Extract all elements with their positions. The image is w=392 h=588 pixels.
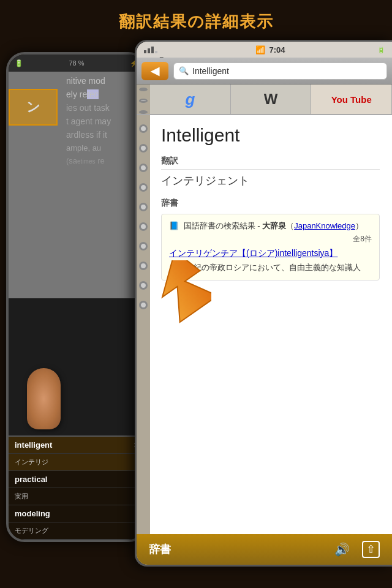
search-query: Intelligent bbox=[192, 66, 229, 76]
dict-entry-link[interactable]: インテリゲンチア【(ロシア)intelligentsiya】 bbox=[169, 248, 372, 259]
dict-entry-text: 《19世紀の帝政ロシアにおいて、自由主義的な知識人 bbox=[169, 262, 372, 274]
battery-percent: 78 % bbox=[69, 59, 84, 67]
battery-icon: 🔋 bbox=[15, 59, 23, 67]
nav-bar: ◀ 🔍 Intelligent bbox=[137, 58, 392, 85]
translation-text: インテリジェント bbox=[161, 173, 380, 188]
dict-source-text: 国語辞書の検索結果 - 大辞泉（ bbox=[184, 221, 295, 230]
spiral-2 bbox=[139, 99, 148, 102]
page-title: 翻訳結果の詳細表示 bbox=[0, 0, 392, 40]
text-line-5: ardless if it bbox=[64, 128, 145, 141]
c-spiral-9 bbox=[139, 281, 148, 290]
translation-label: 翻訳 bbox=[161, 156, 380, 170]
list-item-modeling-ja[interactable]: モデリング bbox=[9, 522, 145, 540]
c-spiral-7 bbox=[139, 242, 148, 251]
dictionary-label: 辞書 bbox=[161, 198, 380, 209]
list-item-practical-ja[interactable]: 実用 bbox=[9, 488, 145, 505]
notebook-spine bbox=[137, 85, 150, 114]
signal-dash: _ _ bbox=[160, 51, 164, 53]
list-item-intelligent-ja[interactable]: インテリジ bbox=[9, 454, 145, 471]
right-phone-screen: _ _ 📶 7:04 🔋 ◀ 🔍 Intelligent bbox=[137, 42, 392, 565]
signal-bars: _ _ bbox=[144, 47, 164, 53]
tab-google[interactable]: g bbox=[150, 85, 231, 114]
bottom-toolbar: 辞書 🔊 ⇧ bbox=[137, 534, 392, 565]
text-line-6: ample, au bbox=[64, 141, 145, 154]
word-practical: practical bbox=[15, 475, 47, 484]
c-spiral-10 bbox=[139, 301, 148, 309]
text-line-2: ely retec bbox=[64, 88, 145, 101]
left-phone: 🔋 78 % ⚡ ン nitive mod ely retec ies out … bbox=[6, 52, 147, 542]
wifi-icon: 📶 bbox=[255, 45, 265, 55]
list-item-practical[interactable]: practical bbox=[9, 471, 145, 488]
back-button[interactable]: ◀ bbox=[141, 62, 168, 80]
book-icon: 📘 bbox=[169, 221, 179, 230]
battery-status: 🔋 bbox=[377, 47, 385, 53]
bar-4 bbox=[155, 51, 157, 53]
word-practical-ja: 実用 bbox=[15, 492, 28, 501]
text-line-4: t agent may bbox=[64, 115, 145, 128]
dictionary-box: 📘 国語辞書の検索結果 - 大辞泉（JapanKnowledge） 全8件 イン… bbox=[161, 214, 380, 281]
word-modeling-ja: モデリング bbox=[15, 526, 48, 535]
dict-source-bold: 大辞泉 bbox=[262, 221, 286, 230]
c-spiral-5 bbox=[139, 203, 148, 211]
time-display: 7:04 bbox=[269, 45, 285, 55]
highlight-box: ン bbox=[9, 89, 58, 126]
center-status: 📶 7:04 bbox=[255, 45, 285, 55]
left-phone-status: 🔋 78 % ⚡ bbox=[9, 55, 145, 72]
text-line-7: (saetimes re bbox=[64, 154, 145, 167]
c-spiral-4 bbox=[139, 183, 148, 192]
word-intelligent: intelligent bbox=[15, 440, 52, 450]
youtube-label: You Tube bbox=[331, 94, 372, 105]
left-phone-screen: 🔋 78 % ⚡ ン nitive mod ely retec ies out … bbox=[9, 55, 145, 540]
spiral-1 bbox=[139, 88, 148, 91]
left-phone-list: intelligent > インテリジ practical 実用 modelin… bbox=[9, 435, 145, 540]
search-bar[interactable]: 🔍 Intelligent bbox=[173, 62, 387, 80]
google-icon: g bbox=[185, 90, 195, 109]
tab-wikipedia[interactable]: W bbox=[231, 85, 312, 114]
word-heading: Intelligent bbox=[161, 125, 380, 146]
main-area: 🔋 78 % ⚡ ン nitive mod ely retec ies out … bbox=[0, 40, 392, 579]
content-spine bbox=[137, 115, 150, 534]
dict-count: 全8件 bbox=[169, 234, 372, 244]
toolbar-icons: 🔊 ⇧ bbox=[334, 541, 380, 558]
share-icon[interactable]: ⇧ bbox=[362, 541, 380, 558]
bar-3 bbox=[151, 47, 154, 53]
finger-shape bbox=[27, 368, 61, 429]
c-spiral-1 bbox=[139, 124, 148, 133]
speaker-icon[interactable]: 🔊 bbox=[334, 542, 350, 557]
left-text-content: ン nitive mod ely retec ies out task t ag… bbox=[9, 72, 145, 298]
tabs-row: g W You Tube bbox=[137, 85, 392, 115]
right-phone: _ _ 📶 7:04 🔋 ◀ 🔍 Intelligent bbox=[135, 40, 392, 567]
text-line-3: ies out task bbox=[64, 101, 145, 115]
right-status-icons: 🔋 bbox=[377, 47, 385, 53]
tab-youtube[interactable]: You Tube bbox=[311, 85, 392, 114]
c-spiral-6 bbox=[139, 222, 148, 231]
c-spiral-8 bbox=[139, 262, 148, 270]
bar-1 bbox=[144, 50, 146, 53]
c-spiral-3 bbox=[139, 164, 148, 172]
bar-2 bbox=[148, 48, 150, 53]
word-modeling: modeling bbox=[15, 509, 50, 518]
dict-header: 📘 国語辞書の検索結果 - 大辞泉（JapanKnowledge） bbox=[169, 221, 372, 232]
status-bar: _ _ 📶 7:04 🔋 bbox=[137, 42, 392, 58]
finger bbox=[21, 368, 70, 442]
text-line-1: nitive mod bbox=[64, 74, 145, 88]
list-item-modeling[interactable]: modeling bbox=[9, 505, 145, 522]
back-icon: ◀ bbox=[151, 64, 159, 78]
c-spiral-2 bbox=[139, 144, 148, 153]
wikipedia-icon: W bbox=[264, 91, 278, 108]
dict-link[interactable]: JapanKnowledge bbox=[294, 221, 355, 230]
word-intelligent-ja: インテリジ bbox=[15, 458, 48, 467]
content-inner: Intelligent 翻訳 インテリジェント 辞書 📘 国語辞書の検索結果 -… bbox=[155, 125, 380, 281]
search-icon: 🔍 bbox=[179, 66, 189, 75]
content-area: Intelligent 翻訳 インテリジェント 辞書 📘 国語辞書の検索結果 -… bbox=[137, 115, 392, 534]
toolbar-label: 辞書 bbox=[149, 542, 334, 557]
spiral-3 bbox=[139, 110, 148, 114]
